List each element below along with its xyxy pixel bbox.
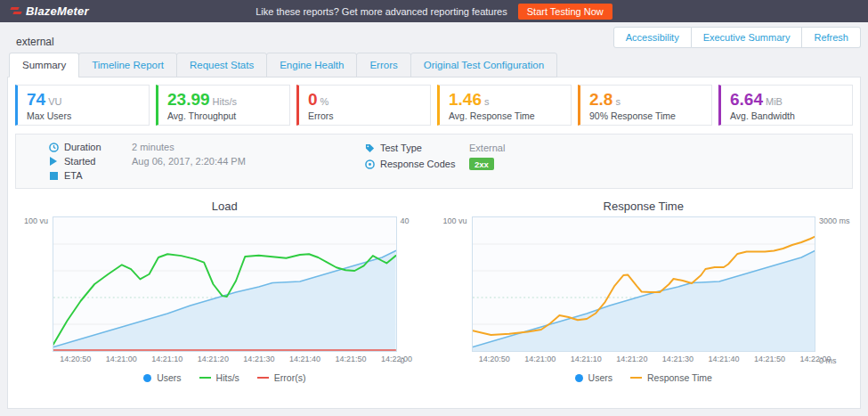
info-label: Started: [64, 156, 132, 167]
tag-icon: [364, 143, 375, 153]
play-icon: [48, 156, 59, 167]
x-tick-label: 14:21:20: [198, 355, 229, 363]
chart-title: Load: [15, 200, 434, 213]
clock-icon: [48, 142, 59, 152]
refresh-button[interactable]: Refresh: [802, 27, 861, 48]
x-tick-label: 14:21:30: [243, 355, 274, 363]
kpi-unit: %: [320, 96, 329, 107]
brand-name: BlazeMeter: [26, 4, 89, 18]
y-axis-left-label: 100 vu: [15, 216, 53, 365]
info-row-started: Started Aug 06, 2017, 2:20:44 PM: [48, 156, 332, 167]
legend-dot-marker: [143, 374, 151, 382]
info-label: Duration: [64, 142, 132, 152]
y-axis-left-label: 100 vu: [434, 216, 472, 365]
kpi-value: 0: [308, 90, 318, 110]
header-actions: Accessibility Executive Summary Refresh: [613, 27, 861, 48]
legend-dot-marker: [575, 374, 583, 382]
info-value: Aug 06, 2017, 2:20:44 PM: [132, 156, 246, 167]
chart-legend: UsersHits/sError(s): [15, 372, 434, 383]
kpi-label: Avg. Bandwidth: [730, 110, 843, 121]
x-tick-label: 14:21:20: [616, 355, 647, 363]
kpi-value: 23.99: [167, 90, 210, 110]
x-ticks: 14:20:5014:21:0014:21:1014:21:2014:21:30…: [53, 355, 397, 365]
kpi-max-users: 74VU Max Users: [15, 85, 150, 126]
executive-summary-button[interactable]: Executive Summary: [692, 27, 803, 48]
kpi-value: 2.8: [589, 90, 612, 110]
test-name: external: [16, 36, 54, 48]
chart-legend: UsersResponse Time: [434, 372, 854, 383]
kpi-value: 6.64: [730, 90, 763, 110]
x-tick-label: 14:21:00: [106, 355, 137, 363]
tab-request-stats[interactable]: Request Stats: [176, 53, 267, 77]
x-tick-label: 14:21:30: [662, 355, 694, 363]
chart-title: Response Time: [434, 200, 854, 213]
legend-item[interactable]: Users: [143, 372, 181, 383]
kpi-label: Avg. Response Time: [449, 110, 562, 121]
response-codes-icon: [364, 159, 375, 169]
x-tick-label: 14:22:00: [799, 355, 831, 363]
x-tick-label: 14:21:40: [708, 355, 739, 363]
kpi-90-response-time: 2.8s 90% Response Time: [578, 85, 712, 126]
kpi-value: 74: [27, 90, 45, 110]
header-row: external Accessibility Executive Summary…: [0, 22, 868, 53]
kpi-avg-throughput: 23.99Hits/s Avg. Throughput: [156, 85, 290, 126]
info-row-duration: Duration 2 minutes: [48, 142, 332, 152]
x-tick-label: 14:21:10: [151, 355, 183, 363]
kpi-avg-response-time: 1.46s Avg. Response Time: [437, 85, 572, 126]
blazemeter-flame-icon: [11, 6, 22, 16]
tab-original-test-configuration[interactable]: Original Test Configuration: [410, 53, 557, 77]
load-chart: Load 100 vu 14:20:5014:21:0014:21:1014:2…: [15, 200, 434, 383]
tab-timeline-report[interactable]: Timeline Report: [78, 53, 177, 77]
y-axis-right-top-label: 3000 ms: [819, 216, 853, 225]
kpi-label: Max Users: [27, 110, 140, 121]
kpi-row: 74VU Max Users 23.99Hits/s Avg. Throughp…: [15, 85, 853, 126]
legend-item[interactable]: Response Time: [630, 372, 712, 383]
accessibility-button[interactable]: Accessibility: [613, 27, 692, 48]
legend-line-marker: [199, 377, 211, 379]
info-label: Test Type: [380, 143, 469, 153]
kpi-unit: VU: [48, 96, 61, 107]
x-tick-label: 14:21:40: [289, 355, 320, 363]
info-value: External: [469, 143, 505, 153]
kpi-label: 90% Response Time: [589, 110, 702, 121]
kpi-unit: MiB: [766, 96, 783, 107]
info-row-test-type: Test Type External: [364, 142, 843, 154]
info-value: 2 minutes: [132, 142, 174, 152]
info-label: ETA: [64, 170, 132, 181]
legend-item[interactable]: Error(s): [257, 372, 306, 383]
kpi-unit: s: [484, 96, 490, 107]
promo-text: Like these reports? Get more advanced re…: [256, 6, 507, 17]
legend-item[interactable]: Hits/s: [199, 372, 239, 383]
kpi-unit: Hits/s: [213, 96, 238, 107]
response-codes-badge[interactable]: 2xx: [469, 158, 494, 170]
start-testing-now-button[interactable]: Start Testing Now: [518, 4, 612, 20]
kpi-label: Errors: [308, 110, 421, 121]
info-row-response-codes: Response Codes 2xx: [364, 158, 843, 170]
legend-item[interactable]: Users: [575, 372, 612, 383]
x-tick-label: 14:21:00: [524, 355, 556, 363]
info-column-right: Test Type External Response Codes 2xx: [332, 142, 843, 181]
x-tick-label: 14:22:00: [381, 355, 412, 363]
tab-engine-health[interactable]: Engine Health: [266, 53, 357, 77]
blazemeter-logo[interactable]: BlazeMeter: [11, 4, 89, 18]
info-column-left: Duration 2 minutes Started Aug 06, 2017,…: [25, 142, 332, 181]
x-tick-label: 14:21:50: [754, 355, 785, 363]
x-tick-label: 14:21:10: [571, 355, 602, 363]
top-navbar: BlazeMeter Like these reports? Get more …: [0, 0, 868, 22]
load-plot-area[interactable]: [53, 216, 397, 352]
report-tabs: Summary Timeline Report Request Stats En…: [0, 53, 868, 77]
x-tick-label: 14:20:50: [479, 355, 510, 363]
response-time-plot-area[interactable]: [472, 216, 816, 352]
x-tick-label: 14:20:50: [60, 355, 91, 363]
x-tick-label: 14:21:50: [335, 355, 366, 363]
x-ticks: 14:20:5014:21:0014:21:1014:21:2014:21:30…: [472, 355, 816, 365]
summary-panel: 74VU Max Users 23.99Hits/s Avg. Throughp…: [7, 77, 861, 409]
tab-summary[interactable]: Summary: [9, 53, 79, 77]
tab-errors[interactable]: Errors: [356, 53, 410, 77]
charts-row: Load 100 vu 14:20:5014:21:0014:21:1014:2…: [15, 200, 853, 383]
kpi-avg-bandwidth: 6.64MiB Avg. Bandwidth: [718, 85, 853, 126]
legend-line-marker: [257, 377, 269, 379]
info-label: Response Codes: [380, 159, 469, 169]
y-axis-right-top-label: 40: [401, 216, 434, 225]
info-row-eta: ETA: [48, 170, 332, 181]
